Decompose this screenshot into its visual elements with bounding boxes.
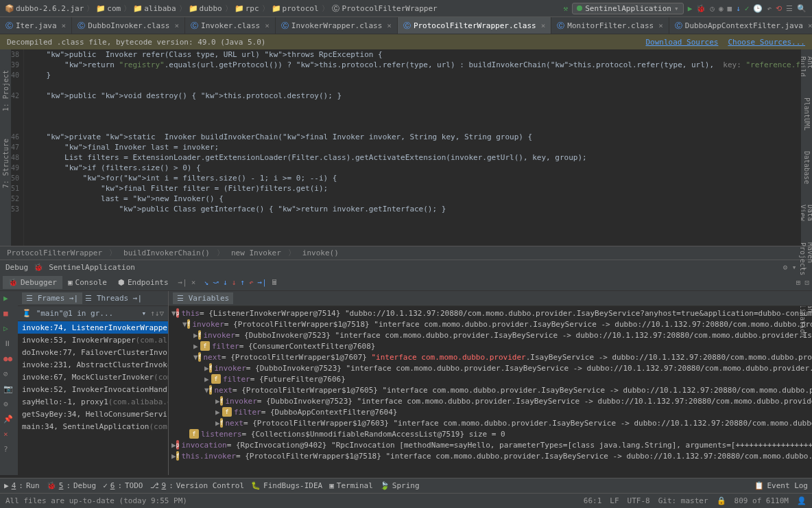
bottom-tool-spring[interactable]: 🍃Spring <box>380 481 420 490</box>
variable-row[interactable]: ▶ffilter = {FutureFilter@7606} <box>169 373 812 384</box>
editor-tab[interactable]: ⒸMonitorFilter.class× <box>551 17 669 34</box>
variable-row[interactable]: ▶fnext = {ProtocolFilterWrapper$1@7603} … <box>169 417 812 428</box>
inspect-icon[interactable]: 👤 <box>797 496 807 505</box>
bottom-tool-todo[interactable]: ✓6: TODO <box>103 481 143 490</box>
bottom-tool-findbugs-idea[interactable]: 🐛FindBugs-IDEA <box>251 481 322 490</box>
variable-row[interactable]: ▶ffilter = {ConsumerContextFilter@7608} <box>169 340 812 351</box>
variable-row[interactable]: flisteners = {Collections$UnmodifiableRa… <box>169 428 812 439</box>
variable-row[interactable]: ▼fnext = {ProtocolFilterWrapper$1@7605} … <box>169 384 812 395</box>
stack-frame[interactable]: getSayBey:34, HelloConsumerService <box>18 408 168 420</box>
project-tool[interactable]: 1: Project <box>2 70 10 111</box>
rerun-icon[interactable]: ▶ <box>3 294 14 305</box>
variable-row[interactable]: ▼fnext = {ProtocolFilterWrapper$1@7607} … <box>169 351 812 362</box>
mute-breakpoints-icon[interactable]: ⊘ <box>3 369 14 380</box>
stack-frame[interactable]: doInvoke:77, FailoverClusterInvoker <box>18 346 168 358</box>
event-log[interactable]: 📋Event Log <box>754 481 808 490</box>
show-exec-point-icon[interactable]: ↘ <box>204 278 208 287</box>
variable-row[interactable]: ▶finvoker = {DubboInvoker@7523} "interfa… <box>169 395 812 406</box>
sync-icon[interactable]: ⟲ <box>776 4 782 13</box>
bottom-tool-version-control[interactable]: ⎇9: Version Control <box>150 481 245 490</box>
restore-icon[interactable]: ⊡ <box>804 278 809 287</box>
breadcrumb-item[interactable]: 📁alibaba <box>134 4 176 13</box>
close-icon[interactable]: × <box>174 21 179 30</box>
breadcrumb-item[interactable]: 📁protocol <box>272 4 319 13</box>
encoding[interactable]: UTF-8 <box>628 496 650 505</box>
revert-icon[interactable]: ↶ <box>767 4 772 13</box>
bottom-tool-run[interactable]: ▶4: Run <box>4 481 40 490</box>
settings-icon[interactable]: ⚙ <box>3 400 14 411</box>
help-icon[interactable]: ? <box>3 445 14 456</box>
editor-breadcrumb-item[interactable]: ProtocolFilterWrapper <box>7 249 102 257</box>
variable-row[interactable]: ▶fthis.invoker = {ProtocolFilterWrapper$… <box>169 450 812 461</box>
variable-row[interactable]: ▼pthis = {ListenerInvokerWrapper@7514} "… <box>169 308 812 319</box>
settings-icon[interactable]: ⚙ ▾ <box>783 263 797 272</box>
stack-frame[interactable]: main:34, SentinelApplication (com.mo <box>18 420 168 432</box>
close-icon[interactable]: × <box>541 21 546 30</box>
editor-tab[interactable]: ⒸIter.java× <box>0 17 72 34</box>
pause-icon[interactable]: ⏸ <box>3 339 14 350</box>
variable-row[interactable]: ▼finvoker = {ProtocolFilterWrapper$1@751… <box>169 319 812 330</box>
layout-icon[interactable]: ⊞ <box>796 278 801 287</box>
plantuml-tool[interactable]: PlantUML <box>803 97 811 130</box>
editor-tab[interactable]: ⒸProtocolFilterWrapper.class× <box>398 17 551 34</box>
stack-frame[interactable]: invoke:53, InvokerWrapper (com.al... <box>18 334 168 346</box>
step-out-icon[interactable]: ↑ <box>240 278 245 287</box>
editor-breadcrumb-item[interactable]: new Invoker <box>231 249 281 257</box>
git-branch[interactable]: Git: master <box>658 496 708 505</box>
editor-breadcrumb-item[interactable]: buildInvokerChain() <box>123 249 210 257</box>
close-icon[interactable]: × <box>265 21 270 30</box>
filter-frames-icon[interactable]: ▽ <box>159 309 164 318</box>
prev-frame-icon[interactable]: ↑ <box>150 309 155 318</box>
structure-icon[interactable]: ☰ <box>786 4 793 13</box>
build-icon[interactable]: ⚒ <box>564 4 569 13</box>
git-update-icon[interactable]: ↓ <box>736 4 741 13</box>
pin-icon[interactable]: 📌 <box>3 415 14 426</box>
editor-breadcrumb-item[interactable]: invoke() <box>302 249 339 257</box>
editor-tab[interactable]: ⒸDubboAppContextFilter.java× <box>669 17 812 34</box>
drop-frame-icon[interactable]: ↶ <box>249 278 254 287</box>
variable-row[interactable]: ▶ffilter = {DubboAppContextFilter@7604} <box>169 406 812 417</box>
debug-tab-debugger[interactable]: 🐞Debugger <box>3 276 62 289</box>
git-commit-icon[interactable]: ✓ <box>745 4 750 13</box>
run-to-cursor-icon[interactable]: →| <box>258 278 267 287</box>
editor-tab[interactable]: ⒸInvoker.class× <box>185 17 276 34</box>
view-breakpoints-icon[interactable]: ●● <box>3 354 14 365</box>
stack-frame[interactable]: invoke:52, InvokerInvocationHandler <box>18 383 168 395</box>
stack-frame[interactable]: invoke:67, MockClusterInvoker (com... <box>18 371 168 383</box>
breadcrumb-item[interactable]: 📁rpc <box>235 4 259 13</box>
stop-icon[interactable]: ■ <box>3 309 14 320</box>
debug-tab-console[interactable]: ▣Console <box>62 276 112 289</box>
close-icon[interactable]: × <box>658 21 663 30</box>
close-icon[interactable]: × <box>808 21 812 30</box>
breadcrumb-item[interactable]: 📁com <box>97 4 121 13</box>
coverage-icon[interactable]: ◷ <box>710 4 715 13</box>
caret-position[interactable]: 66:1 <box>584 496 602 505</box>
close-tab-icon[interactable]: × <box>191 278 196 287</box>
git-history-icon[interactable]: 🕒 <box>753 4 763 13</box>
threads-tab[interactable]: ☰ Threads →| <box>85 294 142 303</box>
stack-frame[interactable]: sayHello:-1, proxy1 (com.alibaba.d... <box>18 395 168 408</box>
minimize-icon[interactable]: — <box>802 263 807 272</box>
step-over-icon[interactable]: ⤻ <box>213 278 219 287</box>
breadcrumb-item[interactable]: 📦dubbo-2.6.2.jar <box>5 4 84 13</box>
editor-tab[interactable]: ⒸInvokerWrapper.class× <box>276 17 398 34</box>
step-into-icon[interactable]: ↓ <box>223 278 228 287</box>
next-frame-icon[interactable]: ↓ <box>155 309 160 318</box>
line-separator[interactable]: LF <box>610 496 619 505</box>
breadcrumb-item[interactable]: ⒸProtocolFilterWrapper <box>332 4 438 13</box>
editor-tab[interactable]: ⒸDubboInvoker.class× <box>72 17 185 34</box>
choose-sources-link[interactable]: Choose Sources... <box>728 38 805 47</box>
variable-row[interactable]: ▶pinvocation = {RpcInvocation@9402} "Rpc… <box>169 439 812 450</box>
force-step-into-icon[interactable]: ↓ <box>232 278 237 287</box>
memory-indicator[interactable]: 809 of 6110M <box>735 496 789 505</box>
stack-frame[interactable]: invoke:231, AbstractClusterInvoker <box>18 358 168 371</box>
search-icon[interactable]: 🔍 <box>797 4 807 13</box>
code-editor[interactable]: 383940424647484950515253576165666769 "kw… <box>11 49 801 246</box>
close-icon[interactable]: × <box>387 21 392 30</box>
debug-icon[interactable]: 🐞 <box>696 4 706 13</box>
structure-tool[interactable]: 7: Structure <box>2 139 10 188</box>
close-icon[interactable]: × <box>62 21 67 30</box>
thread-selector[interactable]: 🧵 "main"@1 in gr... ▾ ↑ ↓ ▽ <box>18 306 168 321</box>
variable-row[interactable]: ▶finvoker = {DubboInvoker@7523} "interfa… <box>169 362 812 373</box>
close-icon[interactable]: × <box>3 430 14 441</box>
